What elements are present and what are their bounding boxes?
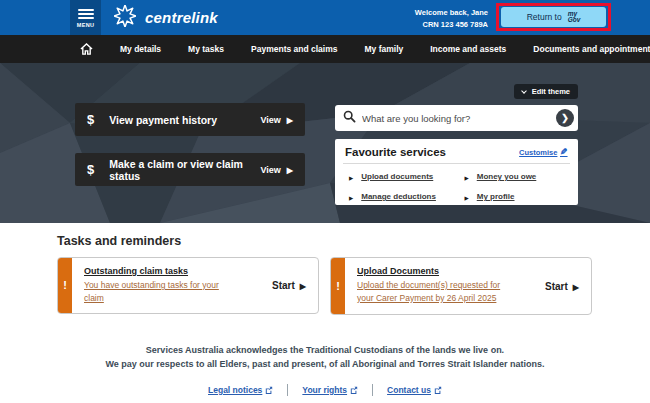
favourite-manage-deductions-link[interactable]: Manage deductions bbox=[345, 192, 453, 201]
alert-icon: ! bbox=[58, 258, 72, 313]
favourite-upload-documents-link[interactable]: Upload documents bbox=[345, 172, 453, 181]
alert-icon: ! bbox=[331, 258, 345, 314]
header: MENU centrelink Welcome back, Jane CRN 1… bbox=[0, 0, 650, 35]
tasks-and-reminders-heading: Tasks and reminders bbox=[57, 234, 181, 248]
view-cta: View bbox=[260, 115, 293, 125]
search-icon bbox=[343, 109, 356, 127]
nav-my-details[interactable]: My details bbox=[120, 44, 161, 54]
dollar-icon: $ bbox=[87, 112, 94, 127]
centrelink-star-icon bbox=[114, 5, 136, 31]
start-button[interactable]: Start bbox=[533, 281, 591, 292]
pencil-icon: ✎ bbox=[560, 147, 568, 157]
your-rights-link[interactable]: Your rights bbox=[288, 385, 372, 395]
arrow-right-icon bbox=[465, 192, 469, 201]
favourite-services-panel: Favourite services Customise ✎ Upload do… bbox=[335, 139, 578, 205]
hamburger-icon bbox=[78, 7, 94, 20]
upload-documents-card[interactable]: ! Upload Documents Upload the document(s… bbox=[330, 257, 592, 315]
arrow-right-icon bbox=[287, 165, 293, 175]
main-nav: My details My tasks Payments and claims … bbox=[0, 35, 650, 63]
nav-my-family[interactable]: My family bbox=[365, 44, 404, 54]
nav-documents-and-appointments[interactable]: Documents and appointments bbox=[533, 44, 650, 54]
legal-notices-link[interactable]: Legal notices bbox=[194, 385, 287, 395]
dollar-icon: $ bbox=[87, 162, 94, 177]
view-payment-history-button[interactable]: $ View payment history View bbox=[75, 103, 305, 136]
action-label: Make a claim or view claim status bbox=[109, 158, 260, 182]
action-label: View payment history bbox=[109, 114, 217, 126]
edit-theme-label: Edit theme bbox=[532, 87, 570, 96]
menu-button[interactable]: MENU bbox=[70, 0, 101, 35]
arrow-right-icon bbox=[573, 281, 579, 292]
acknowledgement-line-1: Services Australia acknowledges the Trad… bbox=[0, 344, 650, 358]
external-link-icon bbox=[434, 386, 442, 394]
footer: Services Australia acknowledges the Trad… bbox=[0, 344, 650, 396]
brand: centrelink bbox=[114, 0, 218, 35]
view-cta: View bbox=[260, 165, 293, 175]
crn-text: CRN 123 456 789A bbox=[415, 19, 488, 31]
search-submit-button[interactable]: ❯ bbox=[556, 109, 574, 127]
brand-name: centrelink bbox=[145, 9, 218, 26]
outstanding-claim-tasks-card[interactable]: ! Outstanding claim tasks You have outst… bbox=[57, 257, 319, 314]
favourite-my-profile-link[interactable]: My profile bbox=[461, 192, 569, 201]
favourite-services-title: Favourite services bbox=[345, 146, 446, 158]
nav-my-tasks[interactable]: My tasks bbox=[188, 44, 224, 54]
external-link-icon bbox=[265, 386, 273, 394]
task-card-description[interactable]: Upload the document(s) requested for you… bbox=[357, 279, 507, 305]
task-card-title[interactable]: Upload Documents bbox=[357, 266, 529, 276]
menu-label: MENU bbox=[77, 22, 94, 28]
task-card-description[interactable]: You have outstanding tasks for your clai… bbox=[84, 279, 234, 305]
start-button[interactable]: Start bbox=[260, 280, 318, 291]
divider bbox=[343, 163, 570, 164]
search-bar: ❯ bbox=[335, 105, 578, 131]
home-icon[interactable] bbox=[80, 43, 93, 55]
nav-income-and-assets[interactable]: Income and assets bbox=[430, 44, 506, 54]
edit-theme-button[interactable]: Edit theme bbox=[514, 84, 578, 99]
arrow-right-icon bbox=[349, 192, 353, 201]
task-card-title[interactable]: Outstanding claim tasks bbox=[84, 266, 256, 276]
contact-us-link[interactable]: Contact us bbox=[373, 385, 456, 395]
search-input[interactable] bbox=[362, 113, 556, 124]
customise-link[interactable]: Customise ✎ bbox=[519, 147, 568, 157]
chevron-down-icon bbox=[521, 88, 527, 94]
acknowledgement-line-2: We pay our respects to all Elders, past … bbox=[0, 358, 650, 372]
arrow-right-icon bbox=[349, 172, 353, 181]
hero-banner: Edit theme $ View payment history View $… bbox=[0, 63, 650, 223]
external-link-icon bbox=[350, 386, 358, 394]
make-a-claim-button[interactable]: $ Make a claim or view claim status View bbox=[75, 153, 305, 186]
welcome-block: Welcome back, Jane CRN 123 456 789A bbox=[415, 7, 488, 31]
arrow-right-icon bbox=[300, 280, 306, 291]
arrow-right-icon bbox=[287, 115, 293, 125]
centrelink-homepage: MENU centrelink Welcome back, Jane CRN 1… bbox=[0, 0, 650, 403]
nav-payments-and-claims[interactable]: Payments and claims bbox=[251, 44, 337, 54]
favourite-money-you-owe-link[interactable]: Money you owe bbox=[461, 172, 569, 181]
arrow-right-icon bbox=[465, 172, 469, 181]
red-highlight-annotation bbox=[496, 3, 611, 31]
welcome-text: Welcome back, Jane bbox=[415, 7, 488, 19]
